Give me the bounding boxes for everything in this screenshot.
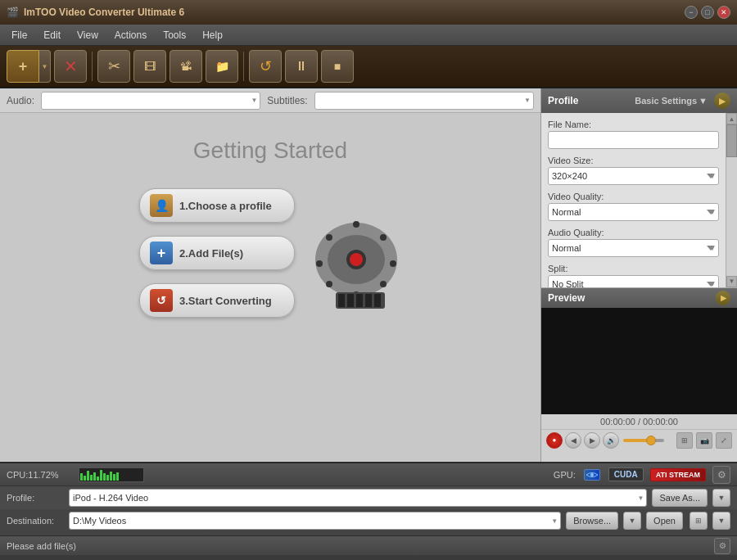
right-container: Profile Basic Settings ▼ ▶ File Name:	[540, 88, 737, 462]
film-button[interactable]: 📽	[170, 50, 202, 83]
scroll-up-button[interactable]: ▲	[726, 113, 737, 124]
basic-settings-button[interactable]: Basic Settings ▼	[635, 96, 708, 106]
add-files-label: 2.Add File(s)	[179, 247, 243, 260]
left-panel: Audio: ▼ Subtitles: ▼ Getting Started	[0, 88, 540, 462]
video-quality-select-wrapper: Normal High Low ▼	[548, 203, 719, 221]
gpu-settings-button[interactable]: ⚙	[712, 466, 730, 484]
status-icon-button[interactable]: ⚙	[714, 538, 730, 554]
save-as-button[interactable]: Save As...	[652, 489, 708, 507]
cpu-bar-12	[116, 472, 119, 480]
start-converting-label: 3.Start Converting	[179, 295, 272, 307]
cpu-bar-4	[90, 475, 93, 481]
destination-select[interactable]: D:\My Videos	[69, 512, 561, 530]
split-select[interactable]: No Split By Size By Time	[548, 275, 719, 287]
basic-settings-label: Basic Settings	[635, 96, 697, 106]
convert-button[interactable]: ↺	[249, 50, 282, 83]
gpu-label: GPU:	[554, 470, 576, 480]
subtitles-select[interactable]	[314, 92, 534, 110]
volume-button[interactable]: 🔊	[603, 432, 619, 449]
destination-extra-2[interactable]: ▼	[712, 512, 730, 530]
preview-controls: ● ◀ ▶ 🔊 ⊞ 📷 ⤢	[541, 429, 737, 451]
preview-expand-button[interactable]: ▶	[716, 291, 730, 305]
menu-help[interactable]: Help	[194, 27, 231, 43]
fullscreen-button[interactable]: ⤢	[716, 432, 732, 449]
video-quality-select[interactable]: Normal High Low	[548, 203, 719, 221]
file-name-label: File Name:	[548, 120, 719, 129]
destination-extra-1[interactable]: ⊞	[690, 512, 708, 530]
svg-point-4	[353, 221, 359, 228]
audio-quality-select[interactable]: Normal High Low	[548, 239, 719, 257]
audio-quality-label: Audio Quality:	[548, 228, 719, 237]
snapshot-button[interactable]: ⊞	[676, 432, 693, 449]
menu-file[interactable]: File	[3, 27, 35, 43]
svg-point-6	[390, 260, 396, 267]
profile-scrollbar[interactable]: ▲ ▼	[726, 113, 737, 287]
pause-button[interactable]: ⏸	[285, 50, 318, 83]
status-text: Please add file(s)	[7, 541, 76, 551]
profile-header-right: Basic Settings ▼ ▶	[635, 93, 730, 109]
scroll-down-button[interactable]: ▼	[726, 276, 737, 287]
video-size-label: Video Size:	[548, 156, 719, 165]
save-as-dropdown[interactable]: ▼	[712, 489, 730, 507]
menu-edit[interactable]: Edit	[35, 27, 69, 43]
cpu-text: CPU:11.72%	[7, 470, 72, 480]
file-name-input[interactable]	[548, 131, 719, 149]
svg-point-3	[350, 253, 363, 266]
preview-icons-right: ⊞ 📷 ⤢	[676, 432, 732, 449]
merge-button[interactable]: 📁	[206, 50, 238, 83]
start-converting-icon: ↺	[150, 289, 173, 312]
browse-button[interactable]: Browse...	[566, 512, 618, 530]
profile-bottom-select[interactable]: iPod - H.264 Video	[69, 489, 647, 507]
audio-select[interactable]	[41, 92, 260, 110]
volume-slider[interactable]	[623, 439, 664, 442]
browse-dropdown[interactable]: ▼	[623, 512, 641, 530]
subtitles-select-wrapper: ▼	[314, 92, 534, 110]
cut-button[interactable]: ✂	[97, 50, 130, 83]
cpu-bar-9	[106, 475, 109, 480]
stop-button[interactable]: ■	[321, 50, 354, 83]
menu-actions[interactable]: Actions	[106, 27, 155, 43]
choose-profile-label: 1.Choose a profile	[179, 200, 272, 212]
cuda-button[interactable]: CUDA	[608, 467, 644, 481]
play-button[interactable]: ▶	[584, 432, 600, 449]
choose-profile-icon: 👤	[150, 194, 173, 217]
menu-view[interactable]: View	[69, 27, 106, 43]
start-converting-button[interactable]: ↺ 3.Start Converting	[139, 283, 295, 318]
delete-button[interactable]: ✕	[54, 50, 87, 83]
ati-stream-button[interactable]: ATI STREAM	[650, 468, 706, 481]
profile-expand-button[interactable]: ▶	[714, 93, 730, 109]
record-button[interactable]: ●	[546, 432, 563, 449]
close-button[interactable]: ✕	[717, 6, 730, 19]
camera-button[interactable]: 📷	[696, 432, 712, 449]
audio-label: Audio:	[7, 95, 34, 106]
svg-rect-14	[347, 294, 354, 307]
scroll-thumb[interactable]	[726, 124, 737, 157]
maximize-button[interactable]: □	[701, 6, 714, 19]
choose-profile-button[interactable]: 👤 1.Choose a profile	[139, 188, 295, 223]
destination-select-wrapper: D:\My Videos ▼	[69, 512, 561, 530]
svg-rect-15	[356, 294, 363, 307]
menu-tools[interactable]: Tools	[155, 27, 194, 43]
film-reel-image	[311, 215, 401, 313]
open-button[interactable]: Open	[646, 512, 683, 530]
volume-thumb[interactable]	[646, 436, 656, 445]
video-size-select[interactable]: 320×240 640×480 1280×720	[548, 167, 719, 185]
minimize-button[interactable]: −	[685, 6, 698, 19]
add-files-icon: +	[150, 242, 173, 264]
profile-bottom-label: Profile:	[7, 493, 64, 503]
add-files-dropdown[interactable]: ▼	[39, 50, 51, 83]
preview-title: Preview	[548, 292, 585, 304]
toolbar-separator-2	[243, 52, 244, 81]
toolbar: + ▼ ✕ ✂ 🎞 📽 📁 ↺ ⏸ ■	[0, 46, 737, 88]
add-files-button[interactable]: +	[7, 50, 39, 83]
subtitles-label: Subtitles:	[267, 95, 307, 106]
cpu-gpu-bar: CPU:11.72% GPU: CUDA ATI STREAM ⚙	[0, 463, 737, 486]
cpu-bar-1	[80, 473, 83, 480]
video-quality-label: Video Quality:	[548, 192, 719, 201]
film-reel-area	[311, 196, 401, 331]
svg-point-7	[380, 281, 387, 287]
thumbnail-button[interactable]: 🎞	[133, 50, 166, 83]
svg-rect-17	[374, 294, 381, 307]
add-files-gs-button[interactable]: + 2.Add File(s)	[139, 236, 295, 270]
play-prev-button[interactable]: ◀	[565, 432, 581, 449]
